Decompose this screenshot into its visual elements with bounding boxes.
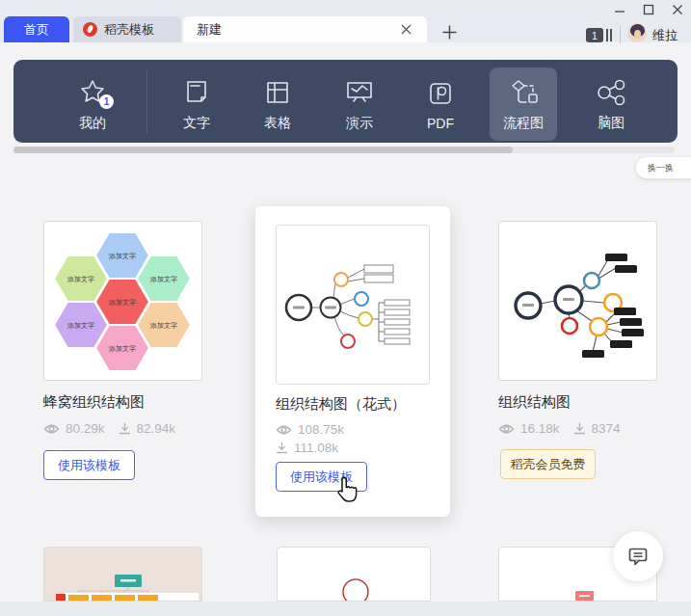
add-tab-icon[interactable]: [442, 25, 457, 40]
views-icon: [276, 424, 292, 436]
template-title: 组织结构图: [498, 393, 571, 412]
nav-scrollbar-track[interactable]: [13, 147, 675, 153]
minimize-button[interactable]: [609, 2, 630, 17]
tab-new-document[interactable]: 新建: [183, 16, 427, 42]
nav-item-spreadsheet[interactable]: 表格: [244, 67, 311, 141]
use-template-button[interactable]: 使用该模板: [276, 462, 367, 492]
flowchart-icon: [507, 77, 540, 108]
template-stats: 80.29k 82.94k: [43, 421, 175, 436]
downloads-count: 8374: [592, 421, 621, 436]
mine-count-badge: 1: [99, 94, 114, 109]
document-icon: [181, 77, 212, 108]
svg-text:添加文字: 添加文字: [66, 321, 94, 330]
svg-text:添加文字: 添加文字: [149, 275, 177, 283]
nav-item-mine[interactable]: 1 我的: [59, 67, 126, 141]
nav-item-writer[interactable]: 文字: [163, 67, 230, 141]
task-count-badge[interactable]: 1: [586, 28, 603, 42]
app-window: 首页 稻壳模板 新建 1 维拉 1 我的: [0, 0, 691, 616]
user-name[interactable]: 维拉: [652, 27, 678, 44]
titlebar-divider: [620, 26, 621, 43]
star-icon: 1: [77, 77, 108, 108]
nav-label-mindmap: 脑图: [598, 115, 625, 132]
template-downloads: 111.08k: [276, 441, 338, 455]
svg-text:添加文字: 添加文字: [149, 321, 177, 330]
nav-label-presentation: 演示: [346, 115, 373, 132]
svg-text:添加文字: 添加文字: [108, 298, 136, 307]
template-title: 蜂窝组织结构图: [43, 393, 145, 412]
nav-item-mindmap[interactable]: 脑图: [577, 67, 645, 141]
template-card-hovered[interactable]: 组织结构图（花式） 108.75k 111.08k 使用该模板: [255, 206, 450, 517]
table-icon: [262, 77, 293, 108]
maximize-icon: [643, 4, 654, 15]
feedback-bubble-icon: [627, 546, 649, 567]
org-bars-diagram: [44, 548, 201, 601]
nav-label-mine: 我的: [79, 115, 106, 132]
presentation-icon: [343, 77, 376, 108]
views-count: 80.29k: [66, 421, 105, 436]
org-chart-diagram: [499, 222, 656, 380]
mindmap-icon: [595, 77, 627, 108]
template-preview-honeycomb[interactable]: 添加文字 添加文字 添加文字 添加文字 添加文字 添加文字 添加文字: [43, 221, 202, 381]
template-preview-circle[interactable]: [277, 547, 431, 602]
tab-docer-label: 稻壳模板: [104, 21, 154, 39]
maximize-button[interactable]: [638, 2, 659, 17]
nav-label-flowchart: 流程图: [503, 115, 544, 132]
nav-item-presentation[interactable]: 演示: [326, 67, 393, 141]
views-count: 108.75k: [298, 422, 344, 437]
template-preview-org-fancy[interactable]: [276, 225, 430, 385]
feedback-button[interactable]: [613, 531, 663, 581]
template-title: 组织结构图（花式）: [276, 395, 406, 414]
use-template-button[interactable]: 使用该模板: [43, 450, 135, 480]
downloads-icon: [119, 422, 131, 435]
tab-home-label: 首页: [24, 21, 49, 39]
docer-member-free-badge[interactable]: 稻壳会员免费: [500, 449, 596, 479]
views-count: 16.18k: [520, 421, 560, 436]
downloads-icon: [573, 422, 586, 435]
nav-label-pdf: PDF: [427, 116, 454, 131]
nav-item-flowchart[interactable]: 流程图: [490, 67, 557, 141]
document-type-nav: 1 我的 文字 表格 演示 PDF: [13, 60, 678, 143]
svg-text:添加文字: 添加文字: [66, 275, 94, 283]
views-icon: [498, 423, 515, 435]
title-bar: 首页 稻壳模板 新建 1 维拉: [0, 0, 691, 42]
refresh-templates-button[interactable]: 换一换: [636, 157, 691, 178]
views-icon: [43, 423, 60, 435]
template-preview-orgchart-beige[interactable]: [43, 547, 202, 602]
nav-divider: [146, 69, 147, 133]
downloads-icon: [276, 442, 288, 454]
close-window-button[interactable]: [667, 2, 688, 17]
nav-label-spreadsheet: 表格: [264, 115, 291, 132]
tab-docer-templates[interactable]: 稻壳模板: [73, 16, 181, 42]
svg-text:添加文字: 添加文字: [108, 344, 136, 353]
nav-scrollbar-thumb[interactable]: [13, 147, 513, 153]
template-views: 108.75k: [276, 422, 344, 437]
svg-text:添加文字: 添加文字: [108, 252, 136, 260]
org-chart-fancy-diagram: [277, 226, 429, 384]
docer-logo-icon: [83, 22, 97, 37]
template-preview-org[interactable]: [498, 221, 657, 381]
bottom-edge-strip: [0, 602, 691, 616]
nav-item-pdf[interactable]: PDF: [407, 67, 474, 141]
pdf-icon: [425, 78, 456, 109]
minimize-icon: [614, 4, 625, 15]
downloads-count: 82.94k: [137, 421, 176, 436]
downloads-count: 111.08k: [294, 441, 338, 455]
template-stats: 16.18k 8374: [498, 421, 621, 436]
nav-label-writer: 文字: [183, 115, 210, 132]
close-tab-icon[interactable]: [401, 24, 412, 35]
tab-home[interactable]: 首页: [4, 16, 69, 42]
tab-new-label: 新建: [197, 21, 222, 39]
honeycomb-diagram: 添加文字 添加文字 添加文字 添加文字 添加文字 添加文字 添加文字: [50, 227, 195, 377]
circle-diagram: [278, 548, 430, 601]
user-avatar[interactable]: [627, 23, 647, 42]
close-icon: [672, 4, 683, 15]
